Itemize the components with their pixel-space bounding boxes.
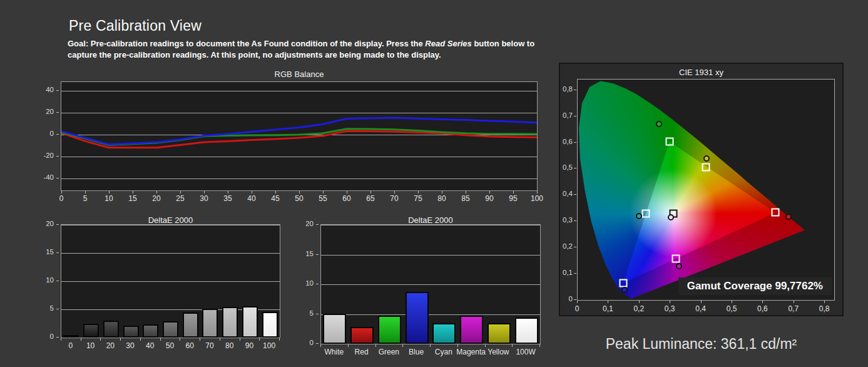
x-tick-label: 85 [461, 194, 469, 203]
y-tick-label: 40 [26, 86, 54, 93]
series-blue [61, 118, 537, 145]
rgb-balance-lines [61, 82, 537, 190]
x-category-label: 100 [263, 341, 275, 350]
bar-magenta [460, 316, 483, 344]
x-tick-label: 60 [342, 194, 350, 203]
y-tick [574, 273, 576, 274]
target-red [772, 209, 780, 217]
x-tick [61, 338, 61, 341]
target-magenta [671, 254, 680, 262]
goal-line-2: capture the pre-calibration readings. At… [68, 49, 593, 61]
x-tick [133, 191, 133, 194]
x-tick-label: 75 [414, 194, 422, 203]
y-tick-label: 0 [292, 339, 314, 346]
page-title: Pre Calibration View [69, 18, 202, 34]
bar-blue [406, 292, 429, 344]
x-tick-label: 25 [176, 194, 184, 203]
y-tick [574, 299, 576, 300]
x-category-label: Magenta [456, 348, 486, 356]
x-tick [279, 338, 280, 341]
y-tick-label: 0 [33, 333, 54, 340]
x-tick [512, 344, 513, 347]
x-tick-label: 90 [485, 194, 493, 203]
x-tick [323, 191, 324, 194]
x-tick-label: 5 [83, 194, 88, 203]
cie-x-axis: 00,10,20,30,40,50,60,70,8 [577, 301, 835, 316]
bar-yellow [488, 323, 511, 344]
x-tick [732, 301, 732, 303]
bar-100w [515, 318, 538, 344]
x-tick [299, 191, 300, 194]
x-tick [485, 344, 486, 347]
bar-20 [103, 321, 119, 338]
bar-80 [222, 307, 238, 338]
x-category-label: Blue [409, 348, 424, 356]
x-tick-label: 0 [59, 194, 64, 203]
x-tick [537, 191, 538, 194]
x-category-label: 10 [86, 341, 94, 350]
x-tick-label: 0,4 [695, 304, 706, 313]
goal-read-series: Read Series [425, 39, 471, 48]
y-tick [316, 224, 319, 225]
y-tick [574, 220, 576, 221]
y-tick [56, 309, 59, 309]
x-category-label: 100W [516, 348, 535, 356]
x-tick [228, 191, 228, 194]
y-tick-label: 0 [26, 130, 54, 137]
y-tick [56, 252, 59, 253]
x-tick [375, 344, 376, 347]
x-tick [275, 191, 276, 194]
y-tick-label: 20 [26, 108, 54, 115]
cie-panel: CIE 1931 xy Gamut Coverage 99,7762% 00,1… [559, 63, 844, 316]
measured-white [668, 214, 674, 220]
x-tick [200, 338, 200, 341]
x-tick [402, 344, 403, 347]
rgb-balance-title: RGB Balance [61, 70, 538, 79]
x-tick [240, 338, 240, 341]
x-tick-label: 20 [152, 194, 160, 203]
y-tick-label: 10 [292, 279, 314, 287]
x-tick-label: 55 [319, 194, 327, 203]
y-tick-label: 10 [33, 276, 54, 284]
gridline [61, 281, 280, 282]
x-tick [513, 191, 514, 194]
x-tick-label: 15 [128, 194, 136, 203]
gridline [321, 255, 540, 256]
x-tick-label: 0,8 [819, 304, 830, 313]
gridline [321, 314, 540, 315]
x-tick [259, 338, 260, 341]
rgb-balance-plot [61, 81, 538, 191]
x-tick [100, 338, 101, 341]
measured-yellow [703, 155, 710, 162]
x-tick [180, 191, 181, 194]
x-tick [156, 191, 157, 194]
rgb-balance-y-axis: 40200-20-40 [26, 81, 59, 191]
x-category-label: 0 [69, 341, 73, 350]
y-tick [316, 254, 319, 255]
x-tick [81, 338, 81, 341]
x-tick [348, 344, 349, 347]
x-tick-label: 65 [366, 194, 374, 203]
target-cyan [641, 210, 650, 218]
x-tick [466, 191, 466, 194]
x-tick-label: 0,7 [788, 304, 799, 313]
cie-y-axis: 00,10,20,30,40,50,60,70,8 [560, 79, 576, 301]
x-tick [220, 338, 220, 341]
bar-100 [262, 312, 278, 338]
y-tick [316, 284, 319, 284]
deltae-grayscale-x-axis: 0102030405060708090100 [61, 338, 280, 352]
x-tick [489, 191, 490, 194]
y-tick [574, 116, 576, 116]
y-tick-label: 0 [560, 295, 573, 302]
x-tick [418, 191, 419, 194]
x-tick-label: 80 [437, 194, 446, 203]
y-tick [56, 337, 59, 338]
x-tick [204, 191, 205, 194]
deltae-grayscale-plot [61, 224, 280, 338]
x-category-label: Green [379, 348, 399, 356]
x-category-label: 70 [205, 341, 213, 350]
bar-50 [163, 321, 178, 338]
pre-calibration-view: Pre Calibration View Goal: Pre-calibrati… [0, 0, 868, 367]
deltae-grayscale-title: DeltaE 2000 [61, 215, 280, 225]
x-tick [347, 191, 347, 194]
